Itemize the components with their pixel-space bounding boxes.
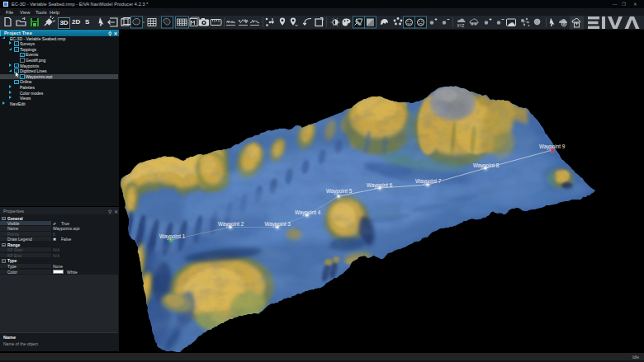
- svg-text:Waypoint 4: Waypoint 4: [295, 209, 321, 216]
- svg-text:Waypoint 1: Waypoint 1: [159, 233, 186, 240]
- svg-text:Waypoint 9: Waypoint 9: [539, 143, 566, 150]
- svg-text:Waypoint 2: Waypoint 2: [218, 221, 244, 228]
- svg-text:Waypoint 5: Waypoint 5: [326, 188, 353, 195]
- svg-text:XYZ: XYZ: [457, 24, 465, 28]
- svg-text:Waypoint 6: Waypoint 6: [367, 182, 393, 189]
- svg-text:Waypoint 8: Waypoint 8: [473, 162, 500, 169]
- svg-text:Waypoint 3: Waypoint 3: [265, 221, 291, 228]
- svg-text:Waypoint 7: Waypoint 7: [415, 178, 442, 185]
